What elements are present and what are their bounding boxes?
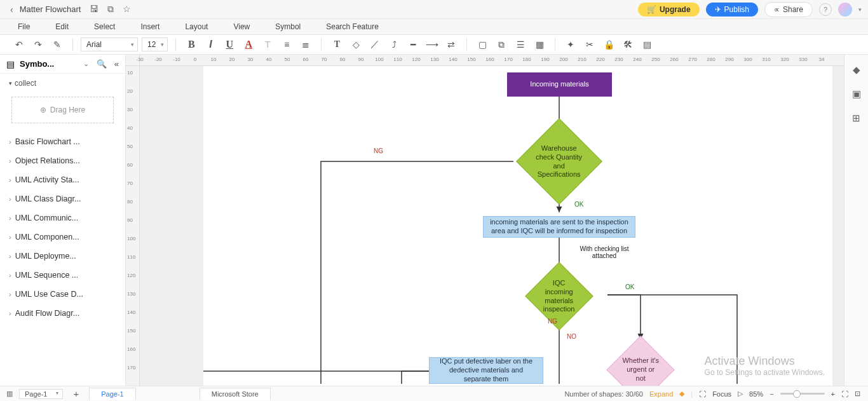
node-send-to-iqc[interactable]: incoming materials are sent to the inspe… [483, 216, 635, 238]
canvas[interactable]: Incoming materials Warehouse check Quant… [140, 66, 844, 386]
menu-select[interactable]: Select [94, 22, 115, 31]
back-icon[interactable]: ‹ [6, 4, 17, 15]
collect-section[interactable]: ▾collect [0, 74, 125, 93]
symbols-panel: ▤ Symbo... ⌄ 🔍 « ▾collect ⊕Drag Here Bas… [0, 55, 126, 386]
node-warehouse-check[interactable]: Warehouse check Quantity and Specificati… [516, 118, 602, 205]
format-painter-icon[interactable]: ✎ [50, 37, 65, 52]
avatar-dropdown-icon[interactable]: ▾ [858, 6, 862, 13]
drag-here-zone[interactable]: ⊕Drag Here [11, 97, 114, 123]
crop-icon[interactable]: ✂ [582, 37, 597, 52]
node-defective-label[interactable]: IQC put defective laber on the dedective… [429, 357, 543, 384]
add-page-button[interactable]: + [69, 388, 83, 399]
undo-icon[interactable]: ↶ [11, 37, 27, 52]
library-item[interactable]: UML Componen... [0, 228, 125, 247]
line-style-icon[interactable]: ━ [405, 37, 421, 52]
tab-microsoft-store[interactable]: Microsoft Store [200, 388, 271, 400]
library-item[interactable]: UML Communic... [0, 208, 125, 228]
arrow-style-icon[interactable]: ⟶ [424, 37, 440, 52]
redo-icon[interactable]: ↷ [31, 37, 46, 52]
library-item[interactable]: UML Sequence ... [0, 266, 125, 285]
zoom-slider[interactable] [780, 393, 825, 395]
library-item[interactable]: Object Relations... [0, 151, 125, 170]
menu-search[interactable]: Search Feature [326, 22, 379, 31]
menu-layout[interactable]: Layout [185, 22, 208, 31]
library-item[interactable]: Audit Flow Diagr... [0, 304, 125, 323]
node-incoming-materials[interactable]: Incoming materials [507, 72, 612, 97]
collect-label: collect [15, 79, 36, 88]
edge-label-ok: OK [574, 201, 583, 208]
help-icon[interactable]: ? [819, 3, 832, 16]
zoom-out-icon[interactable]: − [770, 390, 773, 398]
zoom-value[interactable]: 85% [749, 390, 763, 398]
page-paper[interactable]: Incoming materials Warehouse check Quant… [203, 66, 832, 386]
publish-button[interactable]: ✈Publish [706, 3, 758, 17]
zoom-in-icon[interactable]: + [831, 390, 835, 398]
bold-icon[interactable]: B [184, 37, 199, 52]
effects-icon[interactable]: ✦ [563, 37, 578, 52]
library-item[interactable]: UML Activity Sta... [0, 170, 125, 189]
properties-icon[interactable]: ▣ [850, 88, 863, 100]
avatar[interactable] [838, 3, 852, 17]
group-icon[interactable]: ⧉ [494, 37, 509, 52]
search-icon[interactable]: 🔍 [97, 59, 107, 69]
italic-icon[interactable]: I [203, 37, 218, 52]
menu-view[interactable]: View [233, 22, 250, 31]
line-jump-icon[interactable]: ⇄ [444, 37, 459, 52]
align-horizontal-icon[interactable]: ≡ [279, 37, 294, 52]
send-icon: ✈ [715, 5, 721, 14]
underline-icon[interactable]: U [222, 37, 237, 52]
connector-icon[interactable]: ⤴ [386, 37, 402, 52]
distribute-icon[interactable]: ▦ [532, 37, 547, 52]
node-iqc-inspection[interactable]: IQC incoming materials inspection [525, 262, 593, 330]
node-label: Whether it's urgent or not [622, 357, 659, 383]
text-transform-icon[interactable]: T [260, 37, 275, 52]
collapse-panel-icon[interactable]: « [114, 59, 119, 69]
text-tool-icon[interactable]: T [329, 37, 344, 52]
tools-icon[interactable]: 🛠 [620, 37, 635, 52]
align-icon[interactable]: ☰ [513, 37, 528, 52]
page-select[interactable]: Page-1 [19, 389, 63, 399]
share-label: Share [783, 5, 803, 14]
tab-page-1[interactable]: Page-1 [89, 388, 135, 400]
align-vertical-icon[interactable]: ≣ [298, 37, 313, 52]
save-icon[interactable]: 🖫 [90, 4, 98, 15]
menu-insert[interactable]: Insert [140, 22, 159, 31]
share-button[interactable]: ∝Share [764, 2, 813, 17]
expand-link[interactable]: Expand [649, 390, 673, 398]
line-icon[interactable]: ／ [367, 37, 383, 52]
canvas-area[interactable]: -30-20-100102030405060708090100110120130… [126, 55, 844, 386]
upgrade-button[interactable]: 🛒Upgrade [638, 3, 700, 17]
font-family-select[interactable]: Arial [81, 37, 138, 51]
container-icon[interactable]: ▢ [475, 37, 490, 52]
page-select-label: Page-1 [25, 390, 47, 398]
fullscreen-icon[interactable]: ⛶ [841, 390, 848, 398]
fit-icon[interactable]: ⛶ [699, 390, 706, 398]
table-icon[interactable]: ▤ [639, 37, 654, 52]
focus-label[interactable]: Focus [712, 390, 731, 398]
theme-icon[interactable]: ◆ [850, 64, 863, 76]
pages-icon[interactable]: ▥ [6, 390, 13, 398]
library-item[interactable]: Basic Flowchart ... [0, 132, 125, 151]
horizontal-ruler: -30-20-100102030405060708090100110120130… [140, 55, 844, 66]
apps-icon[interactable]: ⊞ [850, 112, 863, 125]
menu-symbol[interactable]: Symbol [275, 22, 301, 31]
menu-file[interactable]: File [18, 22, 30, 31]
library-item[interactable]: UML Use Case D... [0, 285, 125, 304]
fill-icon[interactable]: ◇ [348, 37, 363, 52]
export-icon[interactable]: ⧉ [107, 4, 114, 15]
lock-icon[interactable]: 🔒 [601, 37, 616, 52]
node-label: Warehouse check Quantity and Specificati… [534, 144, 584, 179]
chevron-down-icon[interactable]: ⌄ [83, 60, 89, 68]
diamond-icon[interactable]: ◆ [679, 390, 684, 398]
font-color-icon[interactable]: A [241, 37, 256, 52]
settings-icon[interactable]: ⊡ [855, 390, 860, 398]
library-item[interactable]: UML Class Diagr... [0, 189, 125, 208]
play-icon[interactable]: ▷ [738, 390, 743, 398]
menu-edit[interactable]: Edit [55, 22, 69, 31]
star-icon[interactable]: ☆ [123, 4, 131, 15]
node-urgent-decision[interactable]: Whether it's urgent or not [606, 336, 674, 386]
drag-here-label: Drag Here [50, 105, 85, 114]
library-item[interactable]: UML Deployme... [0, 247, 125, 266]
font-size-select[interactable]: 12 [142, 37, 168, 51]
document-title: Matter Flowchart [20, 4, 81, 14]
